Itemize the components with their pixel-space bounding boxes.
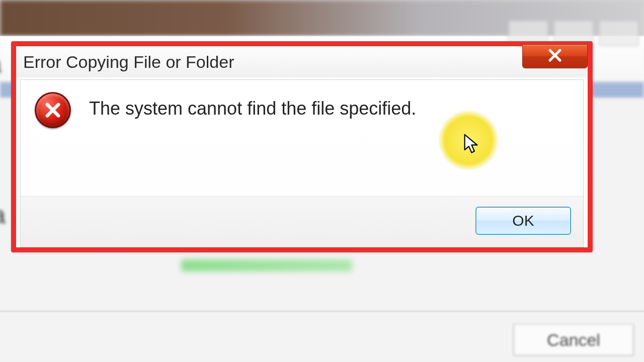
cursor-highlight (438, 110, 499, 170)
highlight-frame: Error Copying File or Folder The system … (11, 41, 593, 252)
background-divider (0, 311, 644, 312)
cursor-icon (457, 123, 480, 157)
background-progress-bar (181, 259, 352, 272)
error-dialog: Error Copying File or Folder The system … (16, 46, 588, 247)
message-row: The system cannot find the file specifie… (21, 80, 583, 196)
background-cancel-button[interactable]: Cancel (513, 324, 634, 356)
dialog-content: The system cannot find the file specifie… (20, 79, 584, 247)
ok-button[interactable]: OK (475, 207, 571, 235)
dialog-title: Error Copying File or Folder (23, 52, 234, 72)
error-icon (35, 92, 71, 128)
dialog-titlebar[interactable]: Error Copying File or Folder (16, 46, 588, 77)
error-message: The system cannot find the file specifie… (89, 92, 416, 120)
dialog-button-row: OK (21, 196, 583, 247)
close-icon (547, 48, 562, 65)
background-clipped-text-2: a (0, 201, 6, 229)
close-button[interactable] (522, 44, 588, 68)
background-clipped-text: a (0, 50, 2, 78)
